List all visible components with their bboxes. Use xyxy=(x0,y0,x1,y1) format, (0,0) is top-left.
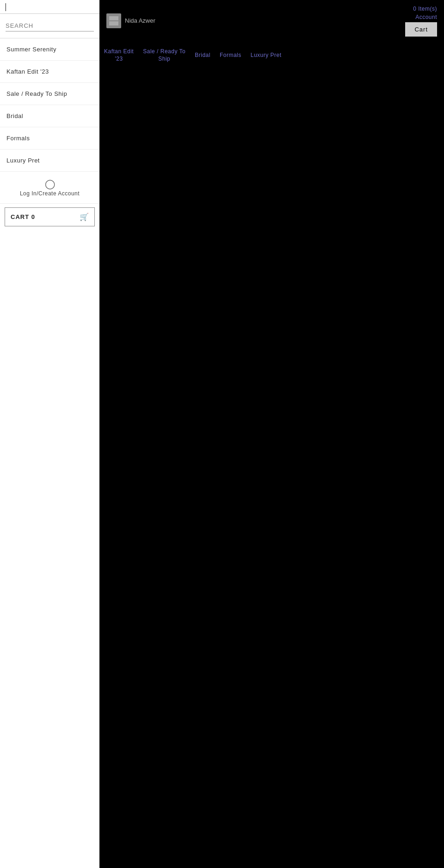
cart-icon: 🛒 xyxy=(80,212,89,221)
sidebar-top-bar: | xyxy=(0,0,99,14)
sidebar-item-formals[interactable]: Formals xyxy=(0,127,99,150)
logo-icon xyxy=(106,13,121,28)
main-content xyxy=(99,69,444,868)
sidebar-item-luxury-pret[interactable]: Luxury Pret xyxy=(0,150,99,172)
nav-bridal[interactable]: Bridal xyxy=(195,52,210,59)
sidebar-account[interactable]: ◯ Log In/Create Account xyxy=(0,172,99,204)
sidebar-item-bridal[interactable]: Bridal xyxy=(0,105,99,127)
sidebar-cart-button[interactable]: CART 0 🛒 xyxy=(5,207,95,226)
items-count: 0 Item(s) xyxy=(413,6,437,12)
sidebar-item-sale-ready[interactable]: Sale / Ready To Ship xyxy=(0,83,99,105)
logo-text: Nida Azwer xyxy=(125,17,155,25)
nav-luxury-pret[interactable]: Luxury Pret xyxy=(251,52,282,59)
main-area: Nida Azwer 0 Item(s) Account Cart Kaftan… xyxy=(99,0,444,868)
sidebar-item-summer-serenity[interactable]: Summer Serenity xyxy=(0,38,99,61)
logo-svg xyxy=(109,16,118,25)
main-nav: Kaftan Edit'23 Sale / Ready ToShip Brida… xyxy=(99,42,444,69)
main-header: Nida Azwer 0 Item(s) Account Cart xyxy=(99,0,444,42)
logo-area: Nida Azwer xyxy=(106,13,155,28)
account-label: Log In/Create Account xyxy=(20,190,80,197)
header-right: 0 Item(s) Account Cart xyxy=(405,6,437,37)
sidebar-item-kaftan-edit[interactable]: Kaftan Edit '23 xyxy=(0,61,99,83)
cart-label: CART 0 xyxy=(11,213,35,220)
account-link[interactable]: Account xyxy=(415,14,437,20)
account-icon: ◯ xyxy=(45,178,55,189)
nav-sale-ready[interactable]: Sale / Ready ToShip xyxy=(143,48,185,62)
nav-formals[interactable]: Formals xyxy=(220,52,241,59)
header-cart-button[interactable]: Cart xyxy=(405,22,437,37)
menu-icon[interactable]: | xyxy=(5,2,7,12)
nav-kaftan-edit[interactable]: Kaftan Edit'23 xyxy=(104,48,134,62)
search-input[interactable] xyxy=(6,20,94,31)
sidebar-search-container xyxy=(0,14,99,38)
sidebar: | Summer Serenity Kaftan Edit '23 Sale /… xyxy=(0,0,99,868)
